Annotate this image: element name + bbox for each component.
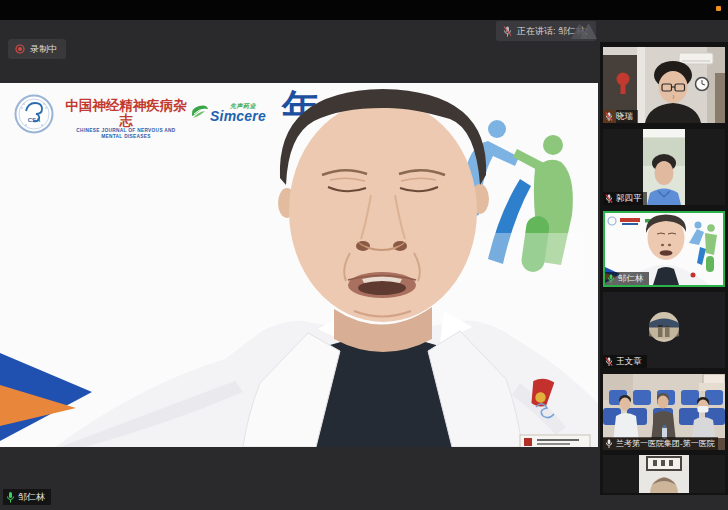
speaker-face bbox=[278, 89, 489, 322]
recording-indicator[interactable]: 录制中 bbox=[8, 39, 66, 59]
record-icon bbox=[15, 44, 25, 54]
mic-muted-icon bbox=[605, 194, 613, 204]
participant-6-video bbox=[603, 455, 725, 493]
participant-3-name: 邹仁林 bbox=[618, 273, 644, 284]
participant-tile-5[interactable]: 兰考第一医院集团-第一医院 bbox=[603, 374, 725, 450]
backdrop-flag-art bbox=[0, 353, 92, 441]
recording-label: 录制中 bbox=[30, 43, 57, 56]
top-black-bar bbox=[0, 0, 728, 20]
participant-1-name: 晓瑞 bbox=[616, 111, 633, 122]
participant-5-name: 兰考第一医院集团-第一医院 bbox=[616, 438, 715, 449]
mic-muted-icon bbox=[605, 357, 613, 367]
participant-tile-6[interactable] bbox=[603, 455, 725, 493]
name-tag bbox=[520, 435, 590, 447]
participant-tile-1[interactable]: 晓瑞 bbox=[603, 47, 725, 123]
participant-tile-4[interactable]: 王文章 bbox=[603, 292, 725, 368]
participant-4-label: 王文章 bbox=[603, 355, 647, 368]
participant-5-label: 兰考第一医院集团-第一医院 bbox=[603, 437, 718, 450]
participants-sidebar: 晓瑞 郭四平 bbox=[600, 42, 728, 495]
mic-on-icon bbox=[605, 439, 613, 449]
speaker-body bbox=[55, 307, 598, 447]
mic-muted-icon bbox=[503, 26, 512, 37]
main-video-tile[interactable]: CSA 中国神经精神疾病杂志 CHINESE JOURNAL OF NERVOU… bbox=[0, 83, 598, 447]
participant-2-label: 郭四平 bbox=[603, 192, 647, 205]
meeting-app-logo-icon bbox=[570, 23, 598, 44]
mic-muted-icon bbox=[605, 112, 613, 122]
main-video-name-label: 邹仁林 bbox=[3, 489, 51, 505]
participant-tile-2[interactable]: 郭四平 bbox=[603, 129, 725, 205]
main-speaker-video bbox=[0, 83, 598, 447]
participant-4-name: 王文章 bbox=[616, 356, 642, 367]
participant-1-label: 晓瑞 bbox=[603, 110, 638, 123]
mic-on-icon bbox=[6, 491, 15, 503]
participant-tile-3-active[interactable]: 邹仁林 bbox=[603, 211, 725, 287]
participant-3-label: 邹仁林 bbox=[605, 272, 649, 285]
notification-dot bbox=[716, 6, 721, 11]
main-speaker-name: 邹仁林 bbox=[18, 491, 45, 504]
mic-on-icon bbox=[607, 274, 615, 284]
participant-2-name: 郭四平 bbox=[616, 193, 642, 204]
